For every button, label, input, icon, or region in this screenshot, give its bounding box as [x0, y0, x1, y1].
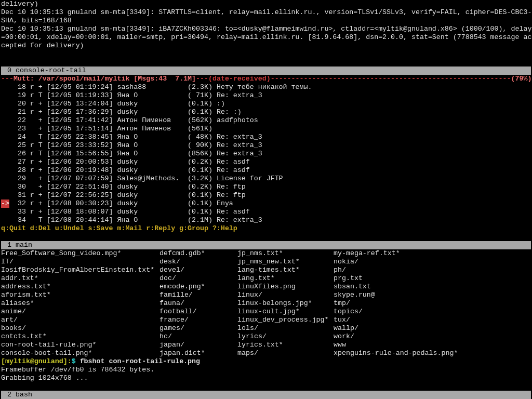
- bash-output: Grabbing 532x399 ...: [1, 374, 531, 382]
- mutt-row[interactable]: 22 + [12/05 17:41:42] Антон Пименов (562…: [1, 116, 531, 125]
- mutt-row[interactable]: 25 r T [12/05 23:33:52] Яна О ( 90K) Re:…: [1, 141, 531, 150]
- mutt-row[interactable]: 26 r T [12/06 15:56:55] Яна О (856K) Re:…: [1, 150, 531, 158]
- mutt-row[interactable]: 34 T [12/08 20:44:14] Яна О (2.1M) Re: e…: [1, 216, 531, 224]
- mutt-row[interactable]: 31 r + [12/07 22:56:25] dusky (0.1K) Re:…: [1, 191, 531, 200]
- mutt-row[interactable]: 19 r T [12/05 01:19:33] Яна О ( 71K) Re:…: [1, 91, 531, 100]
- mutt-row[interactable]: 28 r + [12/06 20:19:48] dusky (0.1K) Re:…: [1, 166, 531, 175]
- mutt-row[interactable]: -> 32 r + [12/08 00:30:23] dusky (0.1K) …: [1, 200, 531, 208]
- bash-prompt-line[interactable]: [myltik@gnuland]:$ fbshot con-root-tail-…: [1, 357, 531, 366]
- mutt-row[interactable]: 24 T [12/05 22:38:45] Яна О ( 48K) Re: e…: [1, 133, 531, 141]
- mutt-header: ---Mutt: /var/spool/mail/myltik [Msgs:43…: [1, 75, 531, 83]
- mutt-footer-keys: q:Quit d:Del u:Undel s:Save m:Mail r:Rep…: [1, 224, 531, 233]
- ls-listing: Free_Software_Song_video.mpg* IT/ IosifB…: [1, 249, 531, 357]
- mutt-row[interactable]: 30 + [12/07 22:51:40] dusky (0.2K) Re: f…: [1, 183, 531, 191]
- pane-label-0: 0 console-root-tail: [1, 66, 531, 75]
- mutt-row[interactable]: 29 + [12/07 07:07:59] Sales@jMethods. (3…: [1, 175, 531, 183]
- pane-label-1: 1 main: [1, 241, 531, 249]
- mutt-row[interactable]: 23 + [12/05 17:51:14] Антон Пименов (561…: [1, 125, 531, 133]
- mutt-message-list[interactable]: 18 r + [12/05 01:19:24] sasha88 (2.3K) Н…: [1, 83, 531, 224]
- pane-label-2: 2 bash: [1, 391, 531, 399]
- syslog-output: delivery) Dec 10 10:35:13 gnuland sm-mta…: [1, 0, 531, 50]
- mutt-row[interactable]: 27 r + [12/06 20:00:53] dusky (0.2K) Re:…: [1, 158, 531, 166]
- mutt-row[interactable]: 20 r + [12/05 13:24:04] dusky (0.1K) :): [1, 100, 531, 108]
- bash-output: Framebuffer /dev/fb0 is 786432 bytes.: [1, 366, 531, 374]
- mutt-row[interactable]: 33 r + [12/08 18:08:07] dusky (0.1K) Re:…: [1, 208, 531, 216]
- mutt-row[interactable]: 18 r + [12/05 01:19:24] sasha88 (2.3K) Н…: [1, 83, 531, 91]
- mutt-row[interactable]: 21 r + [12/05 17:36:29] dusky (0.1K) Re:…: [1, 108, 531, 116]
